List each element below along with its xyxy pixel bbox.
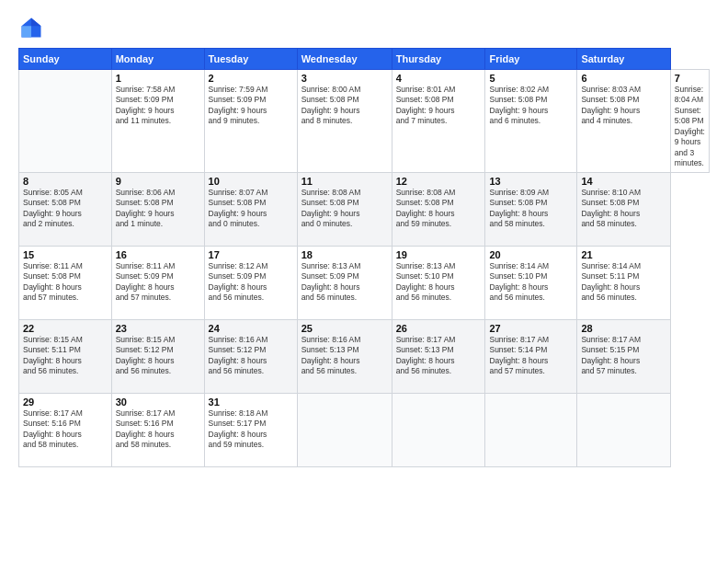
day-number: 28 <box>581 323 665 334</box>
weekday-header-saturday: Saturday <box>577 49 670 70</box>
day-info: Sunrise: 8:14 AM Sunset: 5:10 PM Dayligh… <box>489 261 573 304</box>
calendar-cell: 15Sunrise: 8:11 AM Sunset: 5:08 PM Dayli… <box>19 246 112 319</box>
calendar-cell <box>19 70 112 173</box>
day-number: 3 <box>301 73 388 84</box>
day-number: 2 <box>209 73 293 84</box>
day-number: 15 <box>23 249 108 260</box>
weekday-header-sunday: Sunday <box>19 49 112 70</box>
calendar-cell: 27Sunrise: 8:17 AM Sunset: 5:14 PM Dayli… <box>485 319 577 393</box>
calendar-cell: 5Sunrise: 8:02 AM Sunset: 5:08 PM Daylig… <box>485 70 577 173</box>
day-number: 19 <box>396 249 482 260</box>
day-info: Sunrise: 8:04 AM Sunset: 5:08 PM Dayligh… <box>675 85 705 169</box>
calendar-cell: 1Sunrise: 7:58 AM Sunset: 5:09 PM Daylig… <box>111 70 204 173</box>
day-number: 31 <box>209 396 293 408</box>
day-info: Sunrise: 8:08 AM Sunset: 5:08 PM Dayligh… <box>396 188 482 230</box>
calendar-cell: 23Sunrise: 8:15 AM Sunset: 5:12 PM Dayli… <box>111 319 204 393</box>
day-info: Sunrise: 8:06 AM Sunset: 5:08 PM Dayligh… <box>116 188 200 230</box>
calendar-cell: 28Sunrise: 8:17 AM Sunset: 5:15 PM Dayli… <box>577 319 670 393</box>
day-number: 13 <box>489 176 573 187</box>
weekday-header-wednesday: Wednesday <box>297 49 392 70</box>
calendar-week-row: 15Sunrise: 8:11 AM Sunset: 5:08 PM Dayli… <box>19 246 710 319</box>
weekday-header-tuesday: Tuesday <box>204 49 297 70</box>
calendar-cell: 7Sunrise: 8:04 AM Sunset: 5:08 PM Daylig… <box>670 70 709 173</box>
day-info: Sunrise: 8:17 AM Sunset: 5:16 PM Dayligh… <box>116 408 200 451</box>
calendar-week-row: 29Sunrise: 8:17 AM Sunset: 5:16 PM Dayli… <box>19 393 710 466</box>
day-number: 17 <box>209 249 293 260</box>
header <box>18 15 710 40</box>
day-number: 11 <box>301 176 388 187</box>
calendar-cell: 4Sunrise: 8:01 AM Sunset: 5:08 PM Daylig… <box>392 70 485 173</box>
day-info: Sunrise: 8:11 AM Sunset: 5:09 PM Dayligh… <box>116 261 200 304</box>
day-number: 16 <box>116 249 200 260</box>
day-number: 7 <box>675 73 705 84</box>
calendar-cell: 17Sunrise: 8:12 AM Sunset: 5:09 PM Dayli… <box>204 246 297 319</box>
calendar-table: SundayMondayTuesdayWednesdayThursdayFrid… <box>18 48 710 467</box>
day-info: Sunrise: 8:15 AM Sunset: 5:11 PM Dayligh… <box>23 335 108 377</box>
calendar-cell: 11Sunrise: 8:08 AM Sunset: 5:08 PM Dayli… <box>297 172 392 246</box>
calendar-week-row: 1Sunrise: 7:58 AM Sunset: 5:09 PM Daylig… <box>19 70 710 173</box>
weekday-header-monday: Monday <box>111 49 204 70</box>
calendar-body: 1Sunrise: 7:58 AM Sunset: 5:09 PM Daylig… <box>19 70 710 467</box>
calendar-cell: 22Sunrise: 8:15 AM Sunset: 5:11 PM Dayli… <box>19 319 112 393</box>
day-info: Sunrise: 8:17 AM Sunset: 5:16 PM Dayligh… <box>23 408 108 451</box>
day-number: 1 <box>116 73 200 84</box>
day-info: Sunrise: 8:13 AM Sunset: 5:09 PM Dayligh… <box>301 261 388 304</box>
day-number: 9 <box>116 176 200 187</box>
day-number: 22 <box>23 323 108 334</box>
day-info: Sunrise: 8:11 AM Sunset: 5:08 PM Dayligh… <box>23 261 108 304</box>
day-info: Sunrise: 8:08 AM Sunset: 5:08 PM Dayligh… <box>301 188 388 230</box>
calendar-header: SundayMondayTuesdayWednesdayThursdayFrid… <box>19 49 710 70</box>
day-info: Sunrise: 8:10 AM Sunset: 5:08 PM Dayligh… <box>581 188 665 230</box>
calendar-cell: 31Sunrise: 8:18 AM Sunset: 5:17 PM Dayli… <box>204 393 297 466</box>
calendar-cell <box>392 393 485 466</box>
calendar-cell: 10Sunrise: 8:07 AM Sunset: 5:08 PM Dayli… <box>204 172 297 246</box>
calendar-week-row: 22Sunrise: 8:15 AM Sunset: 5:11 PM Dayli… <box>19 319 710 393</box>
day-number: 6 <box>581 73 665 84</box>
weekday-header-friday: Friday <box>485 49 577 70</box>
page: SundayMondayTuesdayWednesdayThursdayFrid… <box>0 0 728 563</box>
calendar-cell: 14Sunrise: 8:10 AM Sunset: 5:08 PM Dayli… <box>577 172 670 246</box>
calendar-cell: 25Sunrise: 8:16 AM Sunset: 5:13 PM Dayli… <box>297 319 392 393</box>
day-info: Sunrise: 7:59 AM Sunset: 5:09 PM Dayligh… <box>209 85 293 127</box>
day-info: Sunrise: 8:16 AM Sunset: 5:12 PM Dayligh… <box>209 335 293 377</box>
calendar-cell: 18Sunrise: 8:13 AM Sunset: 5:09 PM Dayli… <box>297 246 392 319</box>
calendar-cell: 24Sunrise: 8:16 AM Sunset: 5:12 PM Dayli… <box>204 319 297 393</box>
day-number: 25 <box>301 323 388 334</box>
calendar-cell: 20Sunrise: 8:14 AM Sunset: 5:10 PM Dayli… <box>485 246 577 319</box>
calendar-cell <box>485 393 577 466</box>
day-number: 24 <box>209 323 293 334</box>
day-info: Sunrise: 8:13 AM Sunset: 5:10 PM Dayligh… <box>396 261 482 304</box>
day-number: 29 <box>23 396 108 408</box>
day-number: 26 <box>396 323 482 334</box>
day-info: Sunrise: 8:03 AM Sunset: 5:08 PM Dayligh… <box>581 85 665 127</box>
logo <box>18 15 48 40</box>
day-info: Sunrise: 8:18 AM Sunset: 5:17 PM Dayligh… <box>209 408 293 451</box>
day-info: Sunrise: 8:05 AM Sunset: 5:08 PM Dayligh… <box>23 188 108 230</box>
day-number: 4 <box>396 73 482 84</box>
calendar-cell: 29Sunrise: 8:17 AM Sunset: 5:16 PM Dayli… <box>19 393 112 466</box>
day-number: 8 <box>23 176 108 187</box>
day-number: 23 <box>116 323 200 334</box>
calendar-cell: 30Sunrise: 8:17 AM Sunset: 5:16 PM Dayli… <box>111 393 204 466</box>
calendar-cell: 19Sunrise: 8:13 AM Sunset: 5:10 PM Dayli… <box>392 246 485 319</box>
day-info: Sunrise: 8:00 AM Sunset: 5:08 PM Dayligh… <box>301 85 388 127</box>
day-info: Sunrise: 8:15 AM Sunset: 5:12 PM Dayligh… <box>116 335 200 377</box>
calendar-cell: 12Sunrise: 8:08 AM Sunset: 5:08 PM Dayli… <box>392 172 485 246</box>
calendar-cell: 13Sunrise: 8:09 AM Sunset: 5:08 PM Dayli… <box>485 172 577 246</box>
weekday-header-thursday: Thursday <box>392 49 485 70</box>
day-number: 30 <box>116 396 200 408</box>
day-info: Sunrise: 8:09 AM Sunset: 5:08 PM Dayligh… <box>489 188 573 230</box>
day-number: 21 <box>581 249 665 260</box>
calendar-cell: 9Sunrise: 8:06 AM Sunset: 5:08 PM Daylig… <box>111 172 204 246</box>
day-info: Sunrise: 8:17 AM Sunset: 5:13 PM Dayligh… <box>396 335 482 377</box>
day-info: Sunrise: 8:12 AM Sunset: 5:09 PM Dayligh… <box>209 261 293 304</box>
day-number: 5 <box>489 73 573 84</box>
day-info: Sunrise: 8:14 AM Sunset: 5:11 PM Dayligh… <box>581 261 665 304</box>
calendar-cell: 3Sunrise: 8:00 AM Sunset: 5:08 PM Daylig… <box>297 70 392 173</box>
day-number: 12 <box>396 176 482 187</box>
day-number: 27 <box>489 323 573 334</box>
calendar-cell: 16Sunrise: 8:11 AM Sunset: 5:09 PM Dayli… <box>111 246 204 319</box>
calendar-week-row: 8Sunrise: 8:05 AM Sunset: 5:08 PM Daylig… <box>19 172 710 246</box>
weekday-header-row: SundayMondayTuesdayWednesdayThursdayFrid… <box>19 49 710 70</box>
day-info: Sunrise: 8:17 AM Sunset: 5:15 PM Dayligh… <box>581 335 665 377</box>
